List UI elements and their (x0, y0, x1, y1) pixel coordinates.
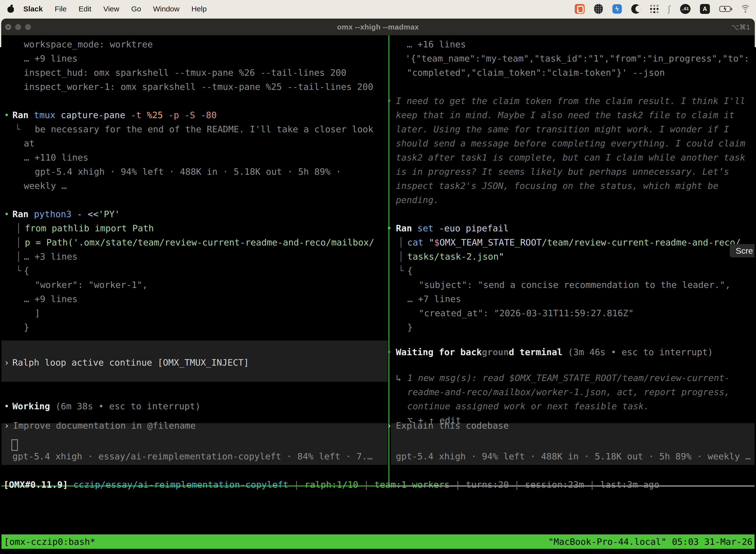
menu-window[interactable]: Window (147, 5, 186, 13)
menu-slack[interactable]: Slack (17, 5, 49, 13)
terminal-line: is in progress? It seems likely but perh… (1, 165, 755, 179)
terminal-window: omx --xhigh --madmax ⌥⌘1 workspace_mode:… (1, 19, 755, 552)
right-waiting-status: •Waiting for background terminal (3m 46s… (1, 345, 755, 359)
menu-bar-left: SlackFileEditViewGoWindowHelp (0, 5, 212, 13)
terminal-content: workspace_mode: worktree… +9 linesinspec… (1, 19, 755, 552)
shield-grid-icon[interactable] (594, 4, 603, 14)
terminal-line: •Ran set -euo pipefail (1, 221, 755, 235)
wifi-icon[interactable] (740, 5, 751, 13)
screen-overlay-button[interactable]: Scre (730, 244, 755, 258)
terminal-line: keep that in mind. Maybe I also need the… (1, 108, 755, 122)
menu-edit[interactable]: Edit (73, 5, 98, 13)
text-cursor (11, 439, 18, 451)
terminal-line: "subject": "send a concise recommendatio… (1, 278, 755, 292)
terminal-line: inspect_worker-1: omx sparkshell --tmux-… (1, 80, 755, 94)
terminal-line: •I need to get the claim token from the … (1, 94, 755, 108)
terminal-line: │cat "$OMX_TEAM_STATE_ROOT/team/review-c… (1, 235, 755, 250)
character-a-icon[interactable]: A (700, 4, 710, 14)
tmux-host-clock: "MacBook-Pro-44.local" 05:03 31-Mar-26 (548, 537, 753, 547)
terminal-line: task2 after task1 is complete, but can I… (1, 151, 755, 165)
terminal-line: readme-and-reco/mailbox/worker-1.json, a… (1, 385, 755, 399)
menu-items: SlackFileEditViewGoWindowHelp (17, 5, 212, 13)
menu-view[interactable]: View (97, 5, 125, 13)
dots-grid-icon[interactable] (650, 5, 658, 13)
terminal-line: └{ (1, 264, 755, 278)
terminal-line: "created_at": "2026-03-31T11:59:27.816Z" (1, 306, 755, 320)
right-input-placeholder: ›Explain this codebase (1, 419, 755, 433)
right-session-status: gpt-5.4 xhigh · 94% left · 488K in · 5.1… (1, 449, 755, 463)
battery-charging-icon[interactable]: ϟ (719, 6, 731, 12)
terminal-line: •Ran python3 - <<'PY' (1, 207, 755, 221)
menu-bar-status-area: ϟ ʃ ..61 A ϟ (575, 4, 756, 14)
terminal-line: "completed","claim_token":"claim-token"}… (1, 65, 755, 80)
battery-count-icon[interactable]: ..61 (680, 4, 691, 14)
squiggle-icon[interactable]: ʃ (668, 4, 671, 14)
terminal-line: │tasks/task-2.json" (1, 250, 755, 264)
screen-overlay-label: Scre (736, 246, 753, 256)
crescent-app-icon[interactable] (631, 4, 641, 14)
apple-menu-icon[interactable] (7, 5, 14, 13)
terminal-line: pending. (1, 193, 755, 207)
terminal-line: … +16 lines (1, 37, 755, 51)
tmux-session-label: [omx-cczip0:bash* (4, 537, 95, 547)
terminal-line: } (1, 320, 755, 334)
tmux-status-bar: [omx-cczip0:bash* "MacBook-Pro-44.local"… (1, 535, 755, 549)
blue-bolt-app-icon[interactable]: ϟ (612, 4, 622, 14)
terminal-line: '{"team_name":"my-team","task_id":"1","f… (1, 51, 755, 65)
terminal-line: should send a message before completing … (1, 136, 755, 151)
terminal-line: ↳1 new msg(s): read $OMX_TEAM_STATE_ROOT… (1, 371, 755, 385)
terminal-line: later. Using the same for transition mig… (1, 122, 755, 136)
omx-status-line: [OMX#0.11.9] cczip/essay/ai-reimplementa… (1, 478, 755, 492)
terminal-line: continue assigned work or next feasible … (1, 399, 755, 413)
terminal-line: … +7 lines (1, 292, 755, 306)
menu-file[interactable]: File (49, 5, 72, 13)
menu-bar: SlackFileEditViewGoWindowHelp ϟ ʃ ..61 A… (0, 0, 756, 18)
menu-help[interactable]: Help (186, 5, 213, 13)
terminal-line: inspect task2's JSON, focusing on the st… (1, 179, 755, 193)
chat-app-icon[interactable] (575, 4, 585, 14)
menu-go[interactable]: Go (125, 5, 147, 13)
